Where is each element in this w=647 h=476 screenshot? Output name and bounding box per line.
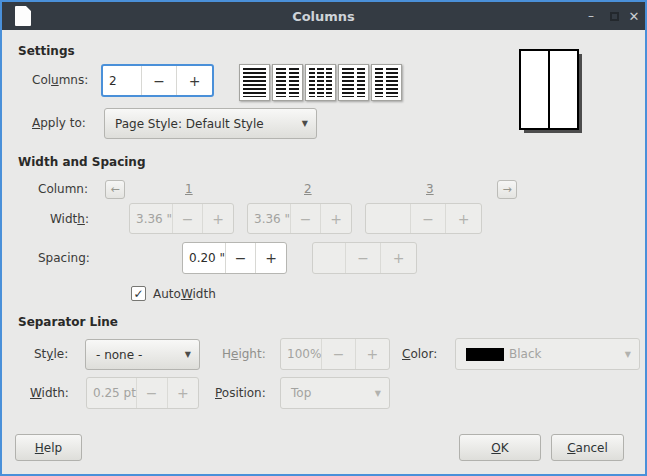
height-label: Height: xyxy=(222,347,266,361)
previous-column-button[interactable]: ← xyxy=(105,180,125,199)
width-2-spinner: 3.36 " − + xyxy=(247,203,352,234)
color-swatch xyxy=(466,348,504,361)
height-decrement-button: − xyxy=(322,339,355,369)
spacing-2-increment-button: + xyxy=(381,243,416,273)
width-spacing-header: Width and Spacing xyxy=(18,155,146,169)
cancel-button[interactable]: Cancel xyxy=(551,434,624,461)
ok-button[interactable]: OK xyxy=(459,434,541,461)
preset-right-wider-button[interactable] xyxy=(371,64,402,101)
columns-spinner[interactable]: 2 − + xyxy=(101,64,214,97)
columns-increment-button[interactable]: + xyxy=(177,66,212,95)
separator-width-increment-button: + xyxy=(168,378,199,408)
style-value: - none - xyxy=(96,348,185,362)
color-value: Black xyxy=(509,347,625,361)
spacing-1-value[interactable]: 0.20 " xyxy=(183,243,226,273)
position-label: Position: xyxy=(215,386,266,400)
width-3-decrement-button: − xyxy=(411,204,446,233)
three-columns-icon xyxy=(317,68,323,97)
spacing-2-value xyxy=(313,243,346,273)
separator-width-value: 0.25 pt xyxy=(87,378,137,408)
color-label: Color: xyxy=(402,347,437,361)
arrow-left-icon: ← xyxy=(110,183,119,196)
preset-two-columns-button[interactable] xyxy=(272,64,303,101)
close-icon: ✕ xyxy=(629,9,640,24)
separator-width-label: Width: xyxy=(30,386,69,400)
width-3-increment-button: + xyxy=(446,204,481,233)
apply-to-label: Apply to: xyxy=(32,116,86,130)
apply-to-value: Page Style: Default Style xyxy=(115,117,302,131)
column-label: Column: xyxy=(38,182,88,196)
columns-dialog: Columns – ✕ Settings Columns: 2 − + Appl… xyxy=(0,0,647,476)
chevron-down-icon: ▼ xyxy=(375,389,381,398)
spacing-1-increment-button[interactable]: + xyxy=(256,243,286,273)
chevron-down-icon: ▼ xyxy=(185,350,191,359)
maximize-button[interactable] xyxy=(603,2,625,30)
preset-one-column-button[interactable] xyxy=(239,64,270,101)
columns-decrement-button[interactable]: − xyxy=(142,66,177,95)
style-dropdown[interactable]: - none - ▼ xyxy=(85,339,200,370)
style-label: Style: xyxy=(34,347,68,361)
height-increment-button: + xyxy=(356,339,389,369)
position-dropdown: Top ▼ xyxy=(280,377,390,409)
spacing-2-spinner: − + xyxy=(312,242,417,274)
minimize-icon: – xyxy=(588,9,594,23)
width-1-value: 3.36 " xyxy=(130,204,173,233)
column-number-1: 1 xyxy=(185,182,193,196)
columns-preview xyxy=(519,49,579,130)
apply-to-dropdown[interactable]: Page Style: Default Style ▼ xyxy=(104,108,317,139)
preset-left-wider-button[interactable] xyxy=(338,64,369,101)
height-value: 100% xyxy=(281,339,322,369)
color-dropdown: Black ▼ xyxy=(455,338,640,370)
position-value: Top xyxy=(291,386,375,400)
close-button[interactable]: ✕ xyxy=(623,2,645,30)
separator-line-header: Separator Line xyxy=(18,315,118,329)
width-1-spinner: 3.36 " − + xyxy=(129,203,234,234)
one-column-icon xyxy=(243,68,266,97)
minimize-button[interactable]: – xyxy=(580,2,602,30)
preset-three-columns-button[interactable] xyxy=(305,64,336,101)
autowidth-label[interactable]: AutoWidth xyxy=(153,287,216,301)
width-3-value xyxy=(366,204,411,233)
columns-spinner-value[interactable]: 2 xyxy=(103,66,142,95)
spacing-2-decrement-button: − xyxy=(346,243,381,273)
width-label: Width: xyxy=(50,212,89,226)
separator-width-spinner: 0.25 pt − + xyxy=(86,377,199,409)
right-wider-icon xyxy=(386,68,398,97)
left-wider-icon xyxy=(342,68,354,97)
width-1-increment-button: + xyxy=(203,204,233,233)
width-1-decrement-button: − xyxy=(173,204,203,233)
chevron-down-icon: ▼ xyxy=(302,119,308,128)
arrow-right-icon: → xyxy=(502,183,511,196)
separator-width-decrement-button: − xyxy=(137,378,168,408)
maximize-icon xyxy=(610,12,619,21)
spacing-1-spinner[interactable]: 0.20 " − + xyxy=(182,242,287,274)
width-2-decrement-button: − xyxy=(291,204,321,233)
window-title: Columns xyxy=(2,9,645,24)
column-number-3: 3 xyxy=(426,182,434,196)
chevron-down-icon: ▼ xyxy=(625,350,631,359)
next-column-button[interactable]: → xyxy=(497,180,517,199)
settings-header: Settings xyxy=(18,44,75,58)
spacing-1-decrement-button[interactable]: − xyxy=(226,243,256,273)
spacing-label: Spacing: xyxy=(38,251,90,265)
help-button[interactable]: Help xyxy=(15,434,82,461)
columns-label: Columns: xyxy=(32,73,88,87)
width-2-increment-button: + xyxy=(321,204,351,233)
autowidth-checkbox[interactable]: ✓ xyxy=(131,286,146,301)
two-columns-icon xyxy=(289,68,299,97)
width-2-value: 3.36 " xyxy=(248,204,291,233)
width-3-spinner: − + xyxy=(365,203,482,234)
column-number-2: 2 xyxy=(304,182,312,196)
titlebar[interactable]: Columns – ✕ xyxy=(2,2,645,30)
check-icon: ✓ xyxy=(133,287,143,301)
height-spinner: 100% − + xyxy=(280,338,390,370)
